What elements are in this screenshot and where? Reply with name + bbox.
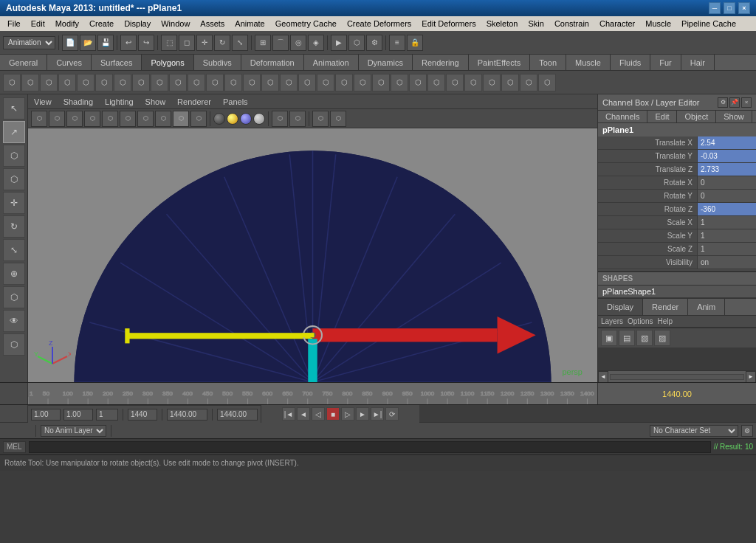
menu-edit[interactable]: Edit	[27, 18, 49, 29]
shelf-icon-5[interactable]: ⬡	[77, 74, 94, 91]
toolbar-undo[interactable]: ↩	[120, 35, 137, 51]
menu-skeleton[interactable]: Skeleton	[482, 18, 523, 29]
channel-visibility[interactable]: Visibility on	[598, 256, 756, 269]
tool-move[interactable]: ✛	[3, 192, 25, 214]
anim-layer-select[interactable]: No Anim Layer	[41, 425, 106, 437]
menu-create-deformers[interactable]: Create Deformers	[343, 18, 416, 29]
toolbar-scale[interactable]: ⤡	[232, 35, 248, 51]
shelf-icon-19[interactable]: ⬡	[335, 74, 353, 91]
tab-general[interactable]: General	[0, 55, 47, 70]
tab-rendering[interactable]: Rendering	[413, 55, 469, 70]
vp-btn-2[interactable]: ⬡	[49, 111, 65, 127]
tab-fluids[interactable]: Fluids	[611, 55, 650, 70]
channel-value-tx[interactable]: 2.54	[697, 136, 756, 149]
tab-curves[interactable]: Curves	[47, 55, 92, 70]
channel-value-rx[interactable]: 0	[697, 176, 756, 189]
shelf-icon-25[interactable]: ⬡	[446, 74, 464, 91]
menu-create[interactable]: Create	[85, 18, 118, 29]
vp-btn-8[interactable]: ⬡	[155, 111, 171, 127]
minimize-button[interactable]: ─	[709, 2, 721, 14]
vp-btn-11[interactable]: ⬡	[272, 111, 288, 127]
toolbar-snap-curve[interactable]: ⌒	[272, 35, 289, 51]
shelf-icon-21[interactable]: ⬡	[372, 74, 390, 91]
rp-settings-btn[interactable]: ⚙	[718, 97, 728, 108]
shelf-icon-3[interactable]: ⬡	[40, 74, 58, 91]
right-panel-scrollbar[interactable]: ◄ ►	[598, 370, 756, 382]
vp-menu-renderer[interactable]: Renderer	[174, 97, 214, 106]
frame-step-field[interactable]	[96, 409, 118, 421]
shelf-icon-12[interactable]: ⬡	[206, 74, 224, 91]
mode-select[interactable]: Animation	[3, 36, 55, 49]
channel-rotate-x[interactable]: Rotate X 0	[598, 176, 756, 190]
shelf-icon-9[interactable]: ⬡	[151, 74, 168, 91]
toolbar-ipr[interactable]: ⬡	[348, 35, 365, 51]
vp-sphere-3[interactable]	[240, 113, 252, 125]
tab-hair[interactable]: Hair	[681, 55, 715, 70]
pb-loop[interactable]: ⟳	[385, 407, 399, 421]
tab-render[interactable]: Render	[643, 299, 688, 315]
toolbar-show-ui[interactable]: ≡	[389, 35, 405, 51]
channel-translate-y[interactable]: Translate Y -0.03	[598, 150, 756, 163]
tool-select-object[interactable]: ↗	[3, 121, 25, 143]
timeline-ruler[interactable]: 1 50 100 150 200 250 300 350 400 450 500…	[28, 383, 597, 404]
shelf-icon-15[interactable]: ⬡	[261, 74, 279, 91]
channel-value-sy[interactable]: 1	[697, 229, 756, 242]
channel-scale-z[interactable]: Scale Z 1	[598, 243, 756, 256]
tab-anim[interactable]: Anim	[688, 299, 725, 315]
scroll-right[interactable]: ►	[746, 371, 756, 383]
shelf-icon-16[interactable]: ⬡	[280, 74, 298, 91]
shelf-icon-29[interactable]: ⬡	[520, 74, 537, 91]
tab-polygons[interactable]: Polygons	[142, 55, 193, 70]
channel-rotate-y[interactable]: Rotate Y 0	[598, 190, 756, 203]
rp-pin-btn[interactable]: 📌	[729, 97, 740, 108]
toolbar-lock[interactable]: 🔒	[407, 35, 423, 51]
tool-lasso[interactable]: ⬡	[3, 145, 25, 167]
shelf-icon-18[interactable]: ⬡	[317, 74, 334, 91]
layer-tool-2[interactable]: ▤	[619, 330, 635, 346]
frame-start-field[interactable]	[31, 409, 61, 421]
menu-assets[interactable]: Assets	[196, 18, 229, 29]
scrollbar-track[interactable]	[610, 374, 744, 380]
tool-scale[interactable]: ⤡	[3, 239, 25, 261]
vp-btn-6[interactable]: ⬡	[120, 111, 136, 127]
shelf-icon-28[interactable]: ⬡	[501, 74, 519, 91]
time-display-1[interactable]	[167, 409, 207, 421]
vp-menu-show[interactable]: Show	[142, 97, 169, 106]
tab-channels[interactable]: Channels	[598, 111, 647, 122]
tab-surfaces[interactable]: Surfaces	[92, 55, 142, 70]
vp-btn-13[interactable]: ⬡	[312, 111, 329, 127]
tab-deformation[interactable]: Deformation	[241, 55, 304, 70]
shelf-icon-14[interactable]: ⬡	[243, 74, 261, 91]
shelf-icon-27[interactable]: ⬡	[483, 74, 501, 91]
vp-sphere-2[interactable]	[227, 113, 238, 125]
vp-sphere-1[interactable]	[213, 113, 225, 125]
close-button[interactable]: ×	[738, 2, 750, 14]
tool-measure[interactable]: ⬡	[3, 333, 25, 356]
pb-step-fwd[interactable]: ►	[356, 407, 369, 421]
layer-tool-1[interactable]: ▣	[601, 330, 617, 346]
frame-current-field[interactable]	[63, 409, 93, 421]
vp-btn-14[interactable]: ⬡	[330, 111, 346, 127]
vp-sphere-4[interactable]	[253, 113, 265, 125]
pb-prev-key[interactable]: ◁	[312, 407, 325, 421]
shelf-icon-26[interactable]: ⬡	[464, 74, 482, 91]
toolbar-snap-point[interactable]: ◎	[290, 35, 306, 51]
channel-value-vis[interactable]: on	[697, 256, 756, 269]
tab-edit[interactable]: Edit	[647, 111, 677, 122]
channel-rotate-z[interactable]: Rotate Z -360	[598, 203, 756, 216]
scroll-left[interactable]: ◄	[598, 371, 608, 383]
channel-value-ry[interactable]: 0	[697, 190, 756, 202]
shelf-icon-23[interactable]: ⬡	[409, 74, 427, 91]
vp-menu-panels[interactable]: Panels	[220, 97, 251, 106]
toolbar-save[interactable]: 💾	[97, 35, 114, 51]
shelf-icon-11[interactable]: ⬡	[188, 74, 205, 91]
tab-fur[interactable]: Fur	[650, 55, 681, 70]
layer-menu-layers[interactable]: Layers	[601, 317, 623, 325]
channel-value-tz[interactable]: 2.733	[697, 163, 756, 176]
channel-value-sx[interactable]: 1	[697, 216, 756, 229]
layer-tool-4[interactable]: ▨	[654, 330, 670, 346]
channel-translate-x[interactable]: Translate X 2.54	[598, 136, 756, 150]
toolbar-move[interactable]: ✛	[196, 35, 213, 51]
shelf-icon-20[interactable]: ⬡	[354, 74, 371, 91]
tool-universal[interactable]: ⊕	[3, 263, 25, 285]
